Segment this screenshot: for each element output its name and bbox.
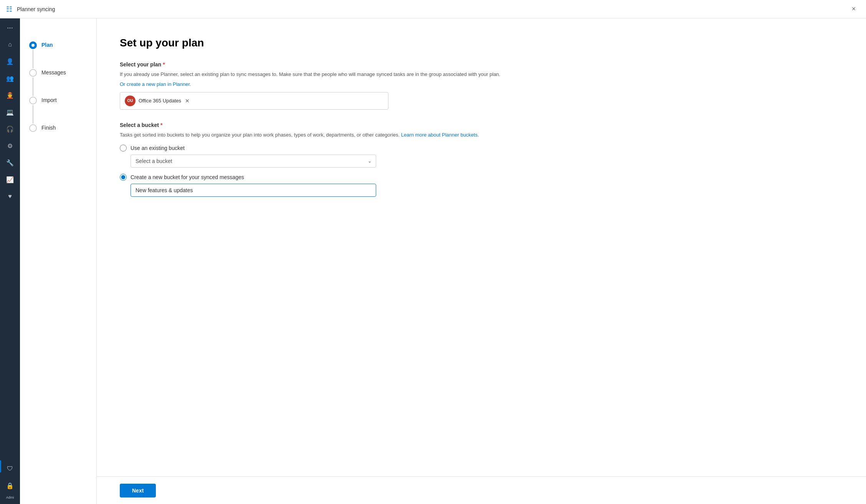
- step-label-messages: Messages: [41, 69, 66, 76]
- app-icon: ☷: [6, 5, 12, 13]
- plan-avatar: OU: [125, 96, 136, 106]
- plan-section: Select your plan* If you already use Pla…: [120, 61, 843, 110]
- existing-bucket-option: Use an existing bucket Select a bucket ⌄: [120, 145, 843, 168]
- step-plan: Plan: [29, 41, 87, 69]
- admin-label: Admi: [6, 496, 14, 499]
- chart-nav-icon[interactable]: 📈: [2, 172, 18, 187]
- step-line-3: [33, 105, 33, 124]
- existing-bucket-radio[interactable]: [120, 145, 127, 152]
- step-circle-import: [29, 97, 37, 104]
- step-line-1: [33, 50, 33, 68]
- step-circle-messages: [29, 69, 37, 77]
- bucket-dropdown-wrapper: Select a bucket ⌄: [131, 155, 376, 168]
- create-plan-link[interactable]: Or create a new plan in Planner.: [120, 81, 191, 87]
- heart-nav-icon[interactable]: ♥: [2, 189, 18, 204]
- stepper-sidebar: Plan Messages Import Finish: [20, 18, 97, 504]
- step-line-2: [33, 77, 33, 96]
- step-messages: Messages: [29, 69, 87, 97]
- step-label-finish: Finish: [41, 124, 56, 131]
- home-nav-icon[interactable]: ⌂: [2, 37, 18, 52]
- new-bucket-input-wrapper: [131, 184, 376, 197]
- dialog-title: Planner syncing: [17, 6, 55, 12]
- active-indicator: [0, 460, 1, 473]
- bucket-required-star: *: [160, 122, 162, 128]
- plan-tag-close-button[interactable]: ✕: [185, 98, 190, 104]
- people-nav-icon[interactable]: 👥: [2, 71, 18, 86]
- top-bar: ☷ Planner syncing ×: [0, 0, 866, 18]
- plan-section-desc: If you already use Planner, select an ex…: [120, 71, 843, 78]
- step-circle-finish: [29, 124, 37, 132]
- step-label-import: Import: [41, 97, 57, 103]
- existing-bucket-label[interactable]: Use an existing bucket: [131, 145, 185, 151]
- shield2-nav-icon[interactable]: 🔒: [2, 478, 18, 493]
- bucket-section: Select a bucket* Tasks get sorted into b…: [120, 122, 843, 197]
- headset-nav-icon[interactable]: 🎧: [2, 121, 18, 137]
- tools-nav-icon[interactable]: 🔧: [2, 155, 18, 170]
- team-nav-icon[interactable]: 👲: [2, 87, 18, 103]
- main-content: Set up your plan Select your plan* If yo…: [97, 18, 866, 504]
- step-circle-plan: [29, 41, 37, 49]
- grid-nav-icon[interactable]: ⋯: [2, 20, 18, 35]
- plan-section-label: Select your plan*: [120, 61, 843, 68]
- plan-tag: OU Office 365 Updates ✕: [120, 92, 388, 110]
- page-title: Set up your plan: [120, 37, 843, 49]
- bottom-bar: Next: [97, 476, 866, 504]
- step-finish: Finish: [29, 124, 87, 132]
- bucket-dropdown[interactable]: Select a bucket: [131, 155, 376, 168]
- left-nav: ⋯ ⌂ 👤 👥 👲 💻 🎧 ⚙ 🔧 📈 ♥ 🛡 🔒 Admi: [0, 0, 20, 504]
- new-bucket-label[interactable]: Create a new bucket for your synced mess…: [131, 174, 244, 180]
- bucket-section-desc: Tasks get sorted into buckets to help yo…: [120, 131, 843, 139]
- new-bucket-radio[interactable]: [120, 174, 127, 181]
- next-button[interactable]: Next: [120, 484, 156, 497]
- bucket-section-label: Select a bucket*: [120, 122, 843, 128]
- plan-tag-text: Office 365 Updates: [139, 98, 181, 104]
- device-nav-icon[interactable]: 💻: [2, 104, 18, 120]
- settings-nav-icon[interactable]: ⚙: [2, 138, 18, 153]
- learn-more-link[interactable]: Learn more about Planner buckets.: [401, 132, 479, 138]
- step-label-plan: Plan: [41, 41, 53, 48]
- person-nav-icon[interactable]: 👤: [2, 54, 18, 69]
- new-bucket-option: Create a new bucket for your synced mess…: [120, 174, 843, 197]
- new-bucket-name-input[interactable]: [131, 184, 376, 197]
- plan-required-star: *: [163, 61, 165, 68]
- shield1-nav-icon[interactable]: 🛡: [2, 461, 18, 476]
- bucket-radio-group: Use an existing bucket Select a bucket ⌄…: [120, 145, 843, 197]
- close-button[interactable]: ×: [848, 3, 860, 15]
- step-import: Import: [29, 97, 87, 124]
- nav-bottom: 🛡 🔒 Admi: [0, 460, 20, 499]
